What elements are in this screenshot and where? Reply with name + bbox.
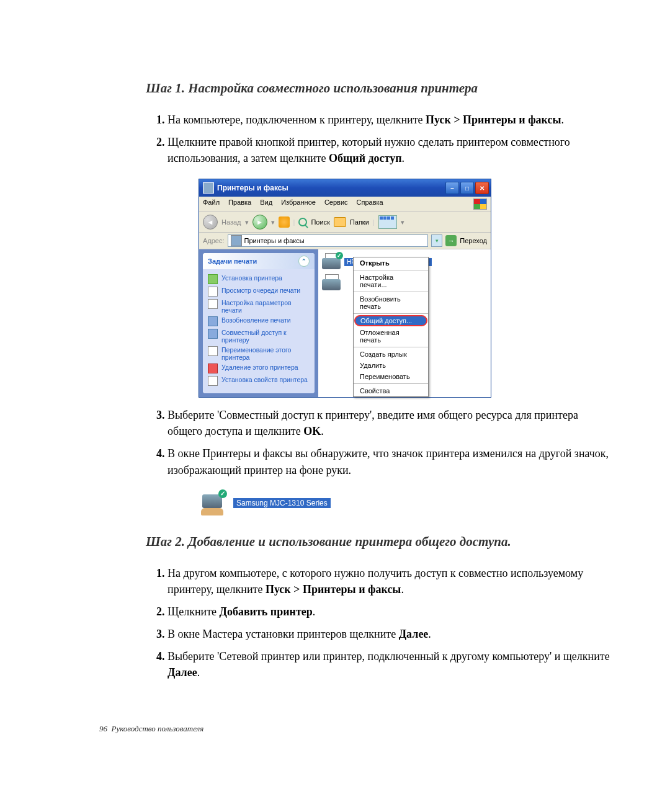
go-button[interactable]: → [445,235,457,246]
back-button[interactable]: ◄ [203,215,218,230]
step2-item-4: Выберите 'Сетевой принтер или принтер, п… [168,648,614,680]
page-footer: 96 Руководство пользователя [99,724,614,734]
content-area: ✓ HP DeskJet 950C/952C/959C Открыть Наст… [318,249,491,397]
address-label: Адрес: [203,237,225,244]
step2-item-2: Щелкните Добавить принтер. [168,604,614,620]
back-label: Назад [221,218,241,226]
menu-edit[interactable]: Правка [228,199,251,210]
task-delete[interactable]: Удаление этого принтера [208,362,310,375]
menu-file[interactable]: Файл [203,199,220,210]
task-items: Установка принтера Просмотр очереди печа… [203,269,315,393]
up-icon[interactable] [279,216,290,228]
task-settings[interactable]: Настройка параметров печати [208,298,310,315]
step1-list-bottom: Выберите 'Совместный доступ к принтеру',… [146,407,614,478]
ctx-sharing[interactable]: Общий доступ... [354,315,427,326]
task-props[interactable]: Установка свойств принтера [208,375,310,387]
task-head[interactable]: Задачи печати ⌃ [203,253,315,269]
menu-help[interactable]: Справка [357,199,383,210]
search-icon[interactable] [298,218,307,226]
task-share[interactable]: Совместный доступ к принтеру [208,328,310,345]
maximize-button[interactable]: □ [460,182,474,194]
go-label: Переход [460,237,487,244]
shared-printer-label: Samsung MJC-1310 Series [233,498,331,508]
views-button[interactable] [378,215,397,229]
ctx-delete[interactable]: Удалить [354,360,428,371]
menu-service[interactable]: Сервис [324,199,348,210]
window-title: Принтеры и факсы [217,184,445,192]
task-rename[interactable]: Переименование этого принтера [208,345,310,362]
nav-toolbar: ◄ Назад ▾ ► ▾ | Поиск Папки | ▾ [199,212,491,233]
xp-window: Принтеры и факсы – □ ✕ Файл Правка Вид И… [199,179,491,398]
step1-heading: Шаг 1. Настройка совместного использован… [146,81,614,96]
search-label: Поиск [311,218,329,226]
step1-list-top: На компьютере, подключенном к принтеру, … [146,112,614,166]
task-queue[interactable]: Просмотр очереди печати [208,285,310,298]
context-menu: Открыть Настройка печати... Возобновить … [353,257,429,397]
ctx-printsettings[interactable]: Настройка печати... [354,272,428,290]
titlebar: Принтеры и факсы – □ ✕ [199,179,491,197]
folders-icon[interactable] [334,217,346,227]
ctx-deferred[interactable]: Отложенная печать [354,327,428,346]
window-icon [203,182,214,194]
address-bar: Адрес: Принтеры и факсы ▾ → Переход [199,233,491,249]
ctx-resume[interactable]: Возобновить печать [354,293,428,312]
address-dropdown[interactable]: ▾ [431,234,442,247]
forward-button[interactable]: ► [252,215,267,230]
step2-item-1: На другом компьютере, с которого нужно п… [168,565,614,597]
address-field[interactable]: Принтеры и факсы [228,234,429,247]
collapse-icon[interactable]: ⌃ [298,256,310,267]
folders-label: Папки [350,218,369,226]
task-resume[interactable]: Возобновление печати [208,315,310,328]
minimize-button[interactable]: – [445,182,459,194]
windows-logo-icon [473,199,487,210]
task-install[interactable]: Установка принтера [208,273,310,285]
task-panel: Задачи печати ⌃ Установка принтера Просм… [199,249,318,397]
menu-fav[interactable]: Избранное [281,199,316,210]
ctx-props[interactable]: Свойства [354,385,428,396]
step1-item-4: В окне Принтеры и факсы вы обнаружите, ч… [168,445,614,478]
step1-item-2: Щелкните правой кнопкой принтер, который… [168,134,614,166]
step1-item-3: Выберите 'Совместный доступ к принтеру',… [168,407,614,439]
step2-heading: Шаг 2. Добавление и использование принте… [146,534,614,550]
ctx-open[interactable]: Открыть [354,257,428,269]
ctx-shortcut[interactable]: Создать ярлык [354,349,428,360]
menu-view[interactable]: Вид [260,199,272,210]
menubar: Файл Правка Вид Избранное Сервис Справка [199,197,491,212]
shared-printer-icon: ✓ Samsung MJC-1310 Series [199,491,614,515]
step2-list: На другом компьютере, с которого нужно п… [146,565,614,681]
close-button[interactable]: ✕ [475,182,489,194]
step1-item-1: На компьютере, подключенном к принтеру, … [168,112,614,128]
address-icon [231,235,242,246]
step2-item-3: В окне Мастера установки принтеров щелкн… [168,626,614,642]
ctx-rename[interactable]: Переименовать [354,371,428,382]
